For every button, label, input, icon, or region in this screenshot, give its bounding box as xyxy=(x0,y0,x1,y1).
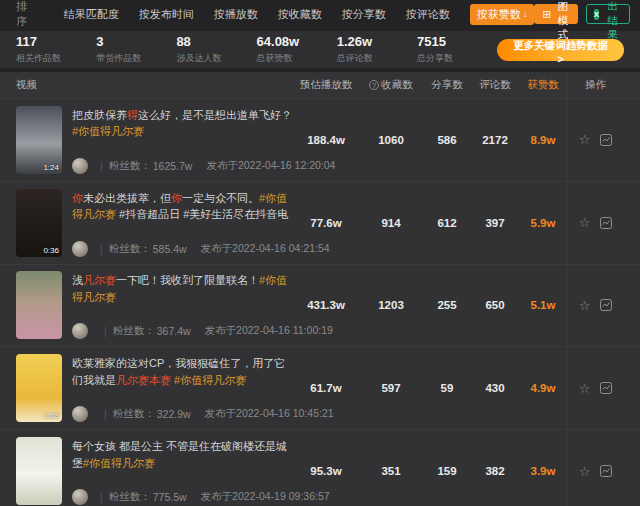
stat-total-likes: 64.08w 总获赞数 xyxy=(257,34,337,65)
comments-value: 397 xyxy=(470,217,520,229)
trend-chart-icon[interactable] xyxy=(600,465,612,477)
row-actions: ☆ xyxy=(566,430,624,506)
stat-label: 涉及达人数 xyxy=(176,52,256,65)
stat-label: 带货作品数 xyxy=(96,52,176,65)
table-row: 浅凡尔赛一下吧！我收到了限量联名！#你值得凡尔赛 熙熙 | 粉丝数： 367.4… xyxy=(0,264,640,347)
title-text: 把皮肤保养 xyxy=(72,109,127,121)
divider: | xyxy=(104,408,107,420)
row-actions: ☆ xyxy=(566,265,624,347)
publish-time: 发布于2022-04-16 10:45:21 xyxy=(205,407,334,421)
video-duration: 1:24 xyxy=(43,163,59,172)
video-thumbnail[interactable]: 0:36 xyxy=(16,189,62,257)
collects-value: 1203 xyxy=(358,299,424,311)
video-cell: 浅凡尔赛一下吧！我收到了限量联名！#你值得凡尔赛 熙熙 | 粉丝数： 367.4… xyxy=(16,271,294,339)
tab-publish-time[interactable]: 按发布时间 xyxy=(139,7,194,22)
avatar[interactable] xyxy=(72,241,88,257)
plays-value: 61.7w xyxy=(294,382,358,394)
video-thumbnail[interactable]: 1:58 xyxy=(16,354,62,422)
fans-count: 775.5w xyxy=(153,491,187,503)
help-icon[interactable]: ? xyxy=(369,80,379,90)
trend-chart-icon[interactable] xyxy=(600,217,612,229)
avatar[interactable] xyxy=(72,489,88,505)
col-collects: ? 收藏数 xyxy=(358,78,424,93)
tab-like-count-active[interactable]: 按获赞数 ↓ xyxy=(470,4,535,25)
likes-value: 8.9w xyxy=(520,134,566,146)
video-title[interactable]: 浅凡尔赛一下吧！我收到了限量联名！#你值得凡尔赛 xyxy=(72,271,294,304)
comments-value: 430 xyxy=(470,382,520,394)
comments-value: 2172 xyxy=(470,134,520,146)
shares-value: 159 xyxy=(424,465,470,477)
likes-value: 3.9w xyxy=(520,465,566,477)
author-line: 杨迪 | 粉丝数： 1625.7w 发布于2022-04-16 12:20:04 xyxy=(72,158,294,174)
favorite-star-icon[interactable]: ☆ xyxy=(579,299,591,312)
collects-value: 1060 xyxy=(358,134,424,146)
fans-label: 粉丝数： xyxy=(109,242,151,256)
video-table-body: 1:24 把皮肤保养得这么好，是不是想出道单飞好？ #你值得凡尔赛 杨迪 | 粉… xyxy=(0,98,640,506)
divider: | xyxy=(104,325,107,337)
tab-like-count-label: 按获赞数 xyxy=(477,7,521,22)
favorite-star-icon[interactable]: ☆ xyxy=(579,133,591,146)
table-row: 1:24 把皮肤保养得这么好，是不是想出道单飞好？ #你值得凡尔赛 杨迪 | 粉… xyxy=(0,98,640,181)
row-actions: ☆ xyxy=(566,347,624,429)
stat-commerce-works: 3 带货作品数 xyxy=(96,34,176,65)
col-video: 视频 xyxy=(16,78,294,92)
stat-value: 3 xyxy=(96,34,176,50)
sort-label: 排序 xyxy=(16,0,30,29)
video-title[interactable]: 每个女孩 都是公主 不管是住在破阁楼还是城堡#你值得凡尔赛 xyxy=(72,437,294,470)
stat-label: 总评论数 xyxy=(337,52,417,65)
big-screen-button[interactable]: ⊞ 大图模式 xyxy=(534,4,577,24)
sort-bar: 排序 结果匹配度 按发布时间 按播放数 按收藏数 按分享数 按评论数 按获赞数 … xyxy=(0,0,640,28)
title-text: 浅 xyxy=(72,274,83,286)
author-line: Yuki雪雪 | 粉丝数： 775.5w 发布于2022-04-19 09:36… xyxy=(72,489,294,505)
more-trend-data-button[interactable]: 更多关键词趋势数据 > xyxy=(497,39,624,61)
stat-label: 总分享数 xyxy=(417,52,497,65)
tab-comment-count[interactable]: 按评论数 xyxy=(406,7,450,22)
favorite-star-icon[interactable]: ☆ xyxy=(579,382,591,395)
video-title[interactable]: 把皮肤保养得这么好，是不是想出道单飞好？ #你值得凡尔赛 xyxy=(72,106,294,139)
fans-count: 585.4w xyxy=(153,243,187,255)
trend-chart-icon[interactable] xyxy=(600,382,612,394)
publish-time: 发布于2022-04-16 04:21:54 xyxy=(201,242,330,256)
video-thumbnail[interactable] xyxy=(16,271,62,339)
publish-time: 发布于2022-04-19 09:36:57 xyxy=(201,490,330,504)
collects-value: 351 xyxy=(358,465,424,477)
title-text: 你 xyxy=(72,192,83,204)
video-thumbnail[interactable] xyxy=(16,437,62,505)
video-table: 视频 预估播放数 ? 收藏数 分享数 评论数 获赞数 操作 1:24 把皮肤保养… xyxy=(0,72,640,506)
stat-value: 88 xyxy=(176,34,256,50)
video-cell: 1:24 把皮肤保养得这么好，是不是想出道单飞好？ #你值得凡尔赛 杨迪 | 粉… xyxy=(16,106,294,174)
tab-result-match[interactable]: 结果匹配度 xyxy=(64,7,119,22)
row-actions: ☆ xyxy=(566,99,624,181)
shares-value: 612 xyxy=(424,217,470,229)
video-thumbnail[interactable]: 1:24 xyxy=(16,106,62,174)
favorite-star-icon[interactable]: ☆ xyxy=(579,216,591,229)
trend-chart-icon[interactable] xyxy=(600,134,612,146)
col-comments: 评论数 xyxy=(470,78,520,92)
grid-icon: ⊞ xyxy=(542,9,551,20)
tab-collect-count[interactable]: 按收藏数 xyxy=(278,7,322,22)
favorite-star-icon[interactable]: ☆ xyxy=(579,465,591,478)
row-actions: ☆ xyxy=(566,182,624,264)
table-row: 每个女孩 都是公主 不管是住在破阁楼还是城堡#你值得凡尔赛 Yuki雪雪 | 粉… xyxy=(0,429,640,506)
video-title[interactable]: 欧莱雅家的这对CP，我狠狠磕住了，用了它们我就是凡尔赛本赛 #你值得凡尔赛 xyxy=(72,354,294,387)
avatar[interactable] xyxy=(72,323,88,339)
divider: | xyxy=(100,491,103,503)
video-info: 每个女孩 都是公主 不管是住在破阁楼还是城堡#你值得凡尔赛 Yuki雪雪 | 粉… xyxy=(72,437,294,505)
stat-value: 64.08w xyxy=(257,34,337,50)
export-button[interactable]: X 导出结果 xyxy=(586,4,630,24)
author-line: 熙熙 | 粉丝数： 367.4w 发布于2022-04-16 11:00:19 xyxy=(72,323,294,339)
tab-share-count[interactable]: 按分享数 xyxy=(342,7,386,22)
tab-play-count[interactable]: 按播放数 xyxy=(214,7,258,22)
avatar[interactable] xyxy=(72,158,88,174)
publish-time: 发布于2022-04-16 12:20:04 xyxy=(206,159,335,173)
title-text: 你 xyxy=(171,192,182,204)
title-text: 未必出类拔萃，但 xyxy=(83,192,171,204)
trend-chart-icon[interactable] xyxy=(600,299,612,311)
col-collects-label: 收藏数 xyxy=(381,78,413,92)
video-title[interactable]: 你未必出类拔萃，但你一定与众不同。#你值得凡尔赛 #抖音超品日 #美好生活尽在抖… xyxy=(72,189,294,222)
title-text: 得 xyxy=(127,109,138,121)
stat-total-shares: 7515 总分享数 xyxy=(417,34,497,65)
author-line: 赵晓晖… | 粉丝数： 585.4w 发布于2022-04-16 04:21:5… xyxy=(72,241,294,257)
stat-label: 总获赞数 xyxy=(257,52,337,65)
avatar[interactable] xyxy=(72,406,88,422)
